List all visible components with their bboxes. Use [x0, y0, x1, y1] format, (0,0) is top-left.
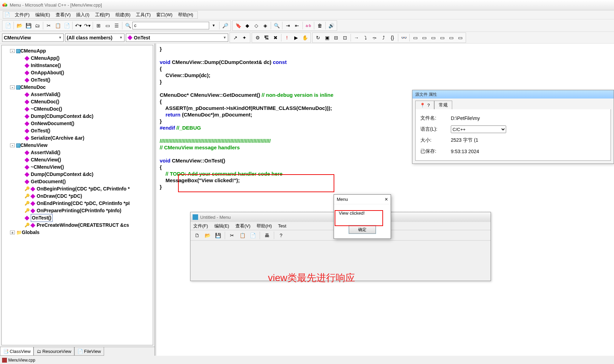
class-tree[interactable]: - CMenuAppCMenuApp()InitInstance()OnAppA… [2, 45, 153, 238]
filter-combo[interactable]: (All class members)▼ [65, 34, 124, 42]
child-paste-icon[interactable]: 📄 [249, 231, 257, 240]
tree-row[interactable]: ~CMenuDoc() [3, 105, 151, 113]
tree-row[interactable]: Serialize(CArchive &ar) [3, 134, 151, 142]
wizard-icon[interactable]: ✦ [240, 34, 249, 42]
prop-tab-icons[interactable]: 📍? [415, 101, 434, 109]
save-icon[interactable]: 💾 [24, 21, 32, 30]
tree-row[interactable]: 🔑OnDraw(CDC *pDC) [3, 193, 151, 200]
sound-icon[interactable]: 🔊 [327, 21, 335, 30]
tree-row[interactable]: OnTest() [3, 127, 151, 134]
prop-lang-select[interactable]: C/C++ [451, 125, 506, 133]
menu-insert[interactable]: 插入(I) [76, 12, 89, 18]
tree-row[interactable]: OnTest() [3, 76, 151, 84]
search-input[interactable] [132, 22, 209, 29]
search-dropdown-icon[interactable]: ▼ [210, 21, 218, 30]
tree-row[interactable]: InitInstance() [3, 62, 151, 69]
tab-fileview[interactable]: 📄FileView [74, 347, 104, 356]
goto-icon[interactable]: ↗ [231, 34, 240, 42]
compile-icon[interactable]: ⚙ [253, 34, 262, 42]
save-all-icon[interactable]: 🗂 [33, 21, 41, 30]
child-menu-edit[interactable]: 编辑(E) [214, 223, 229, 229]
step-over-icon[interactable]: ⤼ [370, 34, 379, 42]
delete-icon[interactable]: 🗑 [316, 21, 324, 30]
bookmark-toggle-icon[interactable]: 🔖 [234, 21, 242, 30]
execute-icon[interactable]: ! [283, 34, 291, 42]
tree-row[interactable]: CMenuDoc() [3, 98, 151, 105]
child-menu-help[interactable]: 帮助(H) [257, 223, 272, 229]
vars-icon[interactable]: ▭ [420, 34, 428, 42]
menu-help[interactable]: 帮助(H) [178, 12, 193, 18]
tree-row[interactable]: - CMenuApp [3, 47, 151, 55]
tree-row[interactable]: OnNewDocument() [3, 120, 151, 127]
child-menu-file[interactable]: 文件(F) [193, 223, 208, 229]
quickwatch-icon[interactable]: 👓 [400, 34, 408, 42]
bookmark-prev-icon[interactable]: ◇ [252, 21, 260, 30]
tree-row[interactable]: 🔑OnBeginPrinting(CDC *pDC, CPrintInfo * [3, 185, 151, 193]
tree-row[interactable]: Dump(CDumpContext &dc) [3, 171, 151, 178]
tree-row[interactable]: ~CMenuView() [3, 164, 151, 171]
regs-icon[interactable]: ▭ [429, 34, 437, 42]
copy-icon[interactable]: 📋 [54, 21, 62, 30]
class-combo[interactable]: CMenuView▼ [2, 34, 64, 42]
child-open-icon[interactable]: 📂 [203, 231, 212, 240]
ab-icon[interactable]: a·b [304, 21, 313, 30]
child-menu-view[interactable]: 查看(V) [235, 223, 250, 229]
msgbox-ok-button[interactable]: 确定 [349, 225, 376, 234]
find-def-icon[interactable]: 🔍 [272, 21, 281, 30]
prop-tab-general[interactable]: 常规 [434, 101, 452, 109]
break-all-icon[interactable]: ⊟ [332, 34, 340, 42]
menu-build[interactable]: 组建(B) [115, 12, 130, 18]
child-menu-test[interactable]: Test [278, 223, 286, 228]
properties-title[interactable]: 源文件 属性 [412, 90, 614, 99]
tree-row[interactable]: Dump(CDumpContext &dc) [3, 113, 151, 120]
outdent-icon[interactable]: ⇤ [293, 21, 301, 30]
child-cut-icon[interactable]: ✂ [228, 231, 236, 240]
tree-row[interactable]: 🔑PreCreateWindow(CREATESTRUCT &cs [3, 222, 151, 229]
window-list-icon[interactable]: ☰ [112, 21, 121, 30]
tab-classview[interactable]: 📑ClassView [0, 347, 34, 356]
stack-icon[interactable]: ▭ [447, 34, 455, 42]
paste-icon[interactable]: 📄 [63, 21, 71, 30]
tab-resourceview[interactable]: 🗂ResourceView [34, 347, 74, 356]
apply-icon[interactable]: ⊡ [341, 34, 349, 42]
stop-build-icon[interactable]: ✖ [271, 34, 280, 42]
menu-file[interactable]: 文件(F) [15, 12, 30, 18]
menu-tools[interactable]: 工具(T) [136, 12, 151, 18]
tree-row[interactable]: GetDocument() [3, 178, 151, 185]
redo-icon[interactable]: ↷▾ [83, 21, 91, 30]
undo-icon[interactable]: ↶▾ [74, 21, 82, 30]
menu-window[interactable]: 窗口(W) [156, 12, 173, 18]
find-icon[interactable]: 🔎 [221, 21, 229, 30]
restart-icon[interactable]: ↻ [314, 34, 322, 42]
cut-icon[interactable]: ✂ [45, 21, 53, 30]
new-doc-icon[interactable]: 📄 [4, 21, 12, 30]
watch-icon[interactable]: ▭ [411, 34, 419, 42]
child-print-icon[interactable]: 🖶 [263, 231, 271, 240]
run-to-icon[interactable]: {} [388, 34, 397, 42]
find-in-files-icon[interactable]: 🔍 [124, 21, 132, 30]
menu-edit[interactable]: 编辑(E) [35, 12, 50, 18]
help-icon[interactable]: ? [427, 103, 430, 108]
child-copy-icon[interactable]: 📋 [238, 231, 246, 240]
tree-row[interactable]: - CMenuView [3, 142, 151, 149]
go-icon[interactable]: ▶ [292, 34, 300, 42]
stop-debug-icon[interactable]: ▣ [323, 34, 331, 42]
member-combo[interactable]: OnTest▼ [126, 34, 228, 42]
step-into-icon[interactable]: ⤵ [361, 34, 370, 42]
tree-row[interactable]: AssertValid() [3, 149, 151, 156]
menu-project[interactable]: 工程(P) [95, 12, 110, 18]
tree-row[interactable]: OnAppAbout() [3, 69, 151, 76]
tree-row[interactable]: CMenuApp() [3, 55, 151, 62]
child-save-icon[interactable]: 💾 [214, 231, 222, 240]
pin-icon[interactable]: 📍 [420, 103, 425, 108]
step-out-icon[interactable]: ⤴ [379, 34, 388, 42]
mem-icon[interactable]: ▭ [438, 34, 446, 42]
tree-row[interactable]: 🔑OnPreparePrinting(CPrintInfo *pInfo) [3, 207, 151, 214]
build-icon[interactable]: 🏗 [262, 34, 271, 42]
child-about-icon[interactable]: ? [277, 231, 285, 240]
bookmark-next-icon[interactable]: ◆ [243, 21, 251, 30]
indent-icon[interactable]: ⇥ [284, 21, 292, 30]
show-next-icon[interactable]: → [352, 34, 361, 42]
open-icon[interactable]: 📂 [15, 21, 24, 30]
child-new-icon[interactable]: 🗋 [193, 231, 201, 240]
